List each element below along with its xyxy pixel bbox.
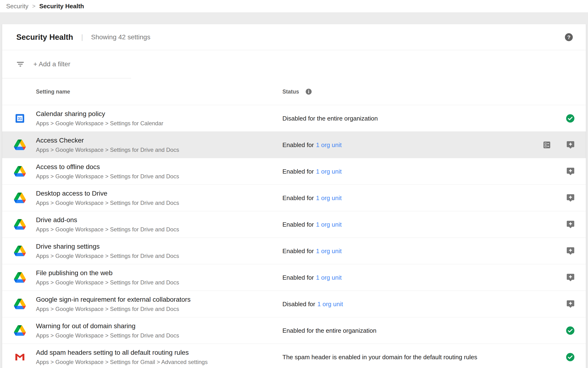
setting-path: Apps > Google Workspace > Settings for D… bbox=[36, 306, 191, 312]
breadcrumb-security[interactable]: Security bbox=[6, 3, 28, 10]
table-row[interactable]: File publishing on the web Apps > Google… bbox=[2, 264, 586, 291]
check-circle-icon bbox=[566, 352, 575, 362]
setting-title: Desktop access to Drive bbox=[36, 190, 179, 197]
row-actions bbox=[566, 167, 575, 176]
settings-list: 31 Calendar sharing policy Apps > Google… bbox=[2, 105, 586, 368]
check-circle-icon bbox=[566, 114, 575, 123]
setting-cell: Drive sharing settings Apps > Google Wor… bbox=[36, 243, 179, 259]
flag-plus-icon[interactable] bbox=[566, 220, 575, 229]
setting-path: Apps > Google Workspace > Settings for D… bbox=[36, 332, 179, 339]
flag-plus-icon[interactable] bbox=[566, 140, 575, 149]
page-title: Security Health bbox=[16, 33, 73, 42]
calendar-icon: 31 bbox=[14, 112, 26, 124]
setting-path: Apps > Google Workspace > Settings for D… bbox=[36, 253, 179, 259]
status-text: Enabled for bbox=[282, 247, 314, 254]
table-row[interactable]: Access Checker Apps > Google Workspace >… bbox=[2, 132, 586, 158]
status-text: Enabled for the entire organization bbox=[282, 327, 377, 334]
column-header-setting-name[interactable]: Setting name bbox=[36, 89, 70, 95]
setting-title: Add spam headers setting to all default … bbox=[36, 349, 208, 356]
setting-cell: Calendar sharing policy Apps > Google Wo… bbox=[36, 110, 163, 127]
table-row[interactable]: Warning for out of domain sharing Apps >… bbox=[2, 317, 586, 344]
status-cell: Disabled for1 org unit bbox=[282, 300, 343, 308]
table-row[interactable]: Drive sharing settings Apps > Google Wor… bbox=[2, 238, 586, 264]
status-org-unit-link[interactable]: 1 org unit bbox=[316, 141, 342, 148]
setting-cell: Access Checker Apps > Google Workspace >… bbox=[36, 137, 179, 153]
drive-icon bbox=[14, 298, 26, 310]
drive-icon bbox=[14, 192, 26, 204]
flag-plus-icon[interactable] bbox=[566, 273, 575, 282]
ballot-icon[interactable] bbox=[542, 140, 551, 149]
setting-path: Apps > Google Workspace > Settings for D… bbox=[36, 173, 179, 180]
info-icon[interactable] bbox=[305, 88, 312, 95]
card-header: Security Health | Showing 42 settings ? bbox=[2, 24, 586, 50]
table-row[interactable]: Desktop access to Drive Apps > Google Wo… bbox=[2, 185, 586, 211]
breadcrumb: Security > Security Health bbox=[0, 0, 588, 12]
status-text: Disabled for bbox=[282, 300, 315, 307]
setting-cell: Desktop access to Drive Apps > Google Wo… bbox=[36, 190, 179, 206]
gmail-icon bbox=[14, 351, 26, 363]
row-actions bbox=[566, 220, 575, 229]
setting-title: Access to offline docs bbox=[36, 163, 179, 171]
settings-count: Showing 42 settings bbox=[91, 33, 150, 41]
setting-title: Warning for out of domain sharing bbox=[36, 322, 179, 330]
setting-title: Drive sharing settings bbox=[36, 243, 179, 250]
status-org-unit-link[interactable]: 1 org unit bbox=[316, 221, 342, 228]
setting-path: Apps > Google Workspace > Settings for C… bbox=[36, 120, 163, 127]
filter-list-icon[interactable] bbox=[16, 60, 25, 69]
setting-title: Access Checker bbox=[36, 137, 179, 144]
breadcrumb-current: Security Health bbox=[39, 3, 84, 10]
setting-cell: Add spam headers setting to all default … bbox=[36, 349, 208, 365]
help-icon[interactable]: ? bbox=[564, 32, 574, 42]
row-actions bbox=[566, 193, 575, 202]
status-org-unit-link[interactable]: 1 org unit bbox=[316, 194, 342, 201]
drive-icon bbox=[14, 166, 26, 177]
status-text: Enabled for bbox=[282, 194, 314, 201]
table-row[interactable]: Add spam headers setting to all default … bbox=[2, 344, 586, 368]
status-cell: Enabled for the entire organization bbox=[282, 327, 377, 334]
table-row[interactable]: Access to offline docs Apps > Google Wor… bbox=[2, 158, 586, 185]
title-separator: | bbox=[81, 33, 83, 41]
status-org-unit-link[interactable]: 1 org unit bbox=[317, 300, 343, 307]
status-cell: Enabled for1 org unit bbox=[282, 221, 342, 228]
table-row[interactable]: Drive add-ons Apps > Google Workspace > … bbox=[2, 211, 586, 238]
row-actions bbox=[542, 140, 575, 149]
row-actions bbox=[566, 326, 575, 335]
status-org-unit-link[interactable]: 1 org unit bbox=[316, 274, 342, 281]
flag-plus-icon[interactable] bbox=[566, 247, 575, 256]
breadcrumb-chevron-icon: > bbox=[32, 3, 35, 9]
status-cell: The spam header is enabled in your domai… bbox=[282, 353, 477, 361]
status-cell: Enabled for1 org unit bbox=[282, 247, 342, 255]
setting-cell: File publishing on the web Apps > Google… bbox=[36, 269, 179, 286]
flag-plus-icon[interactable] bbox=[566, 300, 575, 309]
table-row[interactable]: 31 Calendar sharing policy Apps > Google… bbox=[2, 105, 586, 132]
row-actions bbox=[566, 273, 575, 282]
drive-icon bbox=[14, 139, 26, 151]
add-filter-button[interactable]: + Add a filter bbox=[33, 60, 70, 68]
status-cell: Enabled for1 org unit bbox=[282, 274, 342, 281]
setting-cell: Access to offline docs Apps > Google Wor… bbox=[36, 163, 179, 180]
drive-icon bbox=[14, 272, 26, 284]
status-text: Enabled for bbox=[282, 274, 314, 281]
setting-path: Apps > Google Workspace > Settings for D… bbox=[36, 147, 179, 153]
row-actions bbox=[566, 352, 575, 362]
setting-path: Apps > Google Workspace > Settings for D… bbox=[36, 279, 179, 286]
status-text: The spam header is enabled in your domai… bbox=[282, 353, 477, 360]
status-text: Enabled for bbox=[282, 221, 314, 228]
filter-bar: + Add a filter bbox=[2, 50, 586, 78]
page-background: Security Health | Showing 42 settings ? … bbox=[0, 12, 588, 368]
table-row[interactable]: Google sign-in requirement for external … bbox=[2, 291, 586, 317]
flag-plus-icon[interactable] bbox=[566, 193, 575, 202]
security-health-card: Security Health | Showing 42 settings ? … bbox=[2, 24, 586, 368]
svg-text:?: ? bbox=[567, 34, 570, 40]
status-cell: Enabled for1 org unit bbox=[282, 141, 342, 148]
check-circle-icon bbox=[566, 326, 575, 335]
column-header-status[interactable]: Status bbox=[282, 89, 299, 95]
setting-title: File publishing on the web bbox=[36, 269, 179, 277]
setting-path: Apps > Google Workspace > Settings for D… bbox=[36, 200, 179, 206]
setting-path: Apps > Google Workspace > Settings for G… bbox=[36, 359, 208, 365]
flag-plus-icon[interactable] bbox=[566, 167, 575, 176]
status-cell: Enabled for1 org unit bbox=[282, 194, 342, 202]
status-org-unit-link[interactable]: 1 org unit bbox=[316, 247, 342, 254]
setting-path: Apps > Google Workspace > Settings for D… bbox=[36, 226, 179, 233]
status-org-unit-link[interactable]: 1 org unit bbox=[316, 168, 342, 175]
